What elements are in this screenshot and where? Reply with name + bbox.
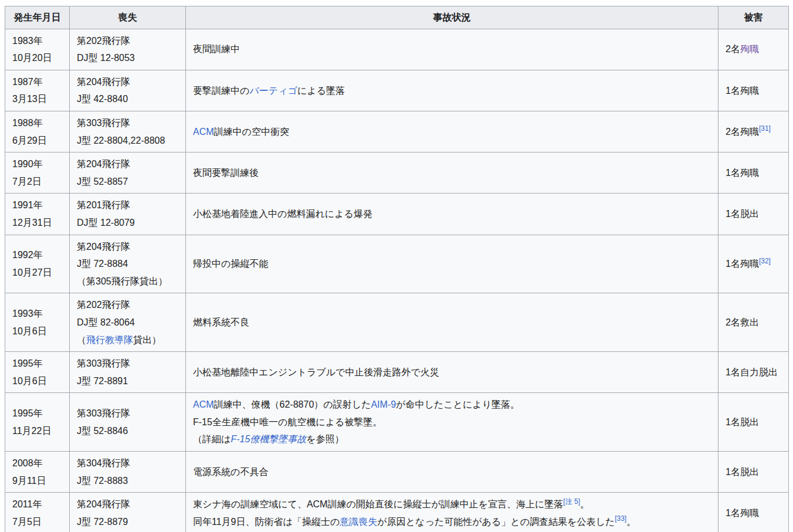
text-segment: 第204飛行隊 — [77, 499, 130, 509]
reference-link[interactable]: [32] — [759, 257, 771, 265]
situation-cell: 帰投中の操縦不能 — [186, 235, 719, 293]
text-segment: 電源系統の不具合 — [193, 467, 268, 477]
date-cell: 1983年10月20日 — [5, 29, 70, 70]
situation-cell: 夜間要撃訓練後 — [186, 153, 719, 194]
date-cell: 1995年10月6日 — [5, 352, 70, 393]
table-row: 1987年3月13日第204飛行隊J型 42-8840要撃訓練中のバーティゴによ… — [5, 70, 789, 111]
column-header-situation: 事故状況 — [186, 6, 719, 29]
column-header-date: 発生年月日 — [5, 6, 70, 29]
reference-link[interactable]: [注 5] — [563, 497, 580, 506]
text-segment: （詳細は — [193, 434, 231, 444]
text-segment: （ — [77, 335, 86, 345]
text-segment: 2名救出 — [726, 317, 759, 327]
loss-cell: 第202飛行隊DJ型 12-8053 — [70, 29, 186, 70]
date-cell: 1995年11月22日 — [5, 393, 70, 452]
reference-link[interactable]: [33] — [615, 514, 626, 523]
date-cell: 1990年7月2日 — [5, 153, 70, 194]
text-segment: 1名脱出 — [726, 417, 759, 427]
text-segment: 第303飛行隊 — [77, 358, 130, 368]
text-segment: J型 72-8879 — [77, 517, 128, 527]
text-segment: 第303飛行隊 — [77, 118, 130, 128]
situation-cell: ACM訓練中の空中衝突 — [186, 111, 719, 152]
text-segment: 12月31日 — [12, 218, 52, 228]
table-row: 1991年12月31日第201飛行隊DJ型 12-8079小松基地着陸進入中の燃… — [5, 194, 789, 235]
text-segment: 10月20日 — [12, 53, 52, 63]
loss-cell: 第204飛行隊J型 72-8884（第305飛行隊貸出） — [70, 235, 186, 293]
text-segment: 訓練中、僚機（62-8870）の誤射した — [214, 399, 371, 409]
text-segment: 11月22日 — [12, 426, 51, 436]
table-row: 1988年6月29日第303飛行隊J型 22-8804,22-8808ACM訓練… — [5, 111, 789, 152]
text-segment: 第204飛行隊 — [77, 159, 130, 169]
date-cell: 1992年10月27日 — [5, 235, 70, 293]
text-segment: DJ型 12-8053 — [77, 53, 135, 63]
text-segment: 。 — [580, 499, 589, 509]
text-segment: による墜落 — [297, 86, 345, 96]
text-segment: 第204飛行隊 — [77, 242, 130, 252]
text-segment: 1993年 — [12, 309, 43, 318]
text-segment: 9月11日 — [12, 476, 46, 486]
text-segment: が原因となった可能性がある」との調査結果を公表した — [377, 517, 615, 527]
loss-cell: 第303飛行隊J型 52-8846 — [70, 393, 186, 452]
text-segment: 1名殉職 — [726, 508, 759, 518]
situation-cell: 小松基地着陸進入中の燃料漏れによる爆発 — [186, 194, 719, 235]
text-segment: 2名殉職 — [726, 127, 759, 137]
damage-cell: 1名殉職[32] — [719, 235, 789, 293]
damage-cell: 1名脱出 — [719, 452, 789, 493]
date-cell: 1991年12月31日 — [5, 194, 70, 235]
text-segment: 第201飛行隊 — [77, 200, 130, 210]
text-segment: 1990年 — [12, 159, 43, 169]
loss-cell: 第204飛行隊J型 42-8840 — [70, 70, 186, 111]
wiki-link[interactable]: バーティゴ — [249, 86, 297, 96]
wiki-link[interactable]: 殉職 — [740, 44, 759, 54]
wiki-link[interactable]: 意識喪失 — [340, 517, 377, 527]
text-segment: 1名殉職 — [726, 259, 759, 269]
text-segment: 3月13日 — [12, 94, 47, 104]
accidents-table: 発生年月日 喪失 事故状況 被害 1983年10月20日第202飛行隊DJ型 1… — [5, 6, 789, 532]
date-cell: 1993年10月6日 — [5, 293, 70, 352]
text-segment: 小松基地着陸進入中の燃料漏れによる爆発 — [193, 209, 372, 219]
damage-cell: 1名殉職 — [719, 70, 789, 111]
text-segment: DJ型 12-8079 — [77, 218, 135, 228]
text-segment: 10月27日 — [12, 267, 52, 277]
text-segment: J型 72-8891 — [77, 376, 128, 386]
text-segment: 6月29日 — [12, 135, 47, 145]
text-segment: 1名殉職 — [726, 86, 759, 96]
wiki-link[interactable]: AIM-9 — [371, 399, 396, 409]
date-cell: 2011年7月5日 — [5, 493, 70, 532]
text-segment: J型 52-8857 — [77, 177, 128, 187]
text-segment: 第303飛行隊 — [77, 408, 130, 418]
text-segment: J型 72-8884 — [77, 259, 128, 269]
table-row: 1992年10月27日第204飛行隊J型 72-8884（第305飛行隊貸出）帰… — [5, 235, 789, 293]
situation-cell: 燃料系統不良 — [186, 293, 719, 352]
text-segment: 燃料系統不良 — [193, 317, 249, 327]
situation-cell: 要撃訓練中のバーティゴによる墜落 — [186, 70, 719, 111]
wiki-link[interactable]: ACM — [193, 399, 214, 409]
loss-cell: 第202飛行隊DJ型 82-8064（飛行教導隊貸出） — [70, 293, 186, 352]
date-cell: 1988年6月29日 — [5, 111, 70, 152]
reference-link[interactable]: [31] — [759, 124, 771, 133]
wiki-link[interactable]: ACM — [193, 127, 214, 137]
text-segment: 1名脱出 — [726, 209, 759, 219]
page-container: 発生年月日 喪失 事故状況 被害 1983年10月20日第202飛行隊DJ型 1… — [0, 0, 793, 532]
text-segment: 1名脱出 — [726, 467, 759, 477]
loss-cell: 第201飛行隊DJ型 12-8079 — [70, 194, 186, 235]
text-segment: 第304飛行隊 — [77, 458, 130, 468]
text-segment: DJ型 82-8064 — [77, 317, 135, 327]
text-segment: 1992年 — [12, 250, 43, 260]
damage-cell: 2名殉職[31] — [719, 111, 789, 152]
wiki-link[interactable]: F-15僚機撃墜事故 — [231, 434, 306, 444]
column-header-loss: 喪失 — [70, 6, 186, 29]
text-segment: 2011年 — [12, 499, 42, 509]
damage-cell: 1名脱出 — [719, 393, 789, 452]
reference-sup: [31] — [759, 124, 771, 133]
damage-cell: 1名脱出 — [719, 194, 789, 235]
situation-cell: 東シナ海の訓練空域にて、ACM訓練の開始直後に操縦士が訓練中止を宣言、海上に墜落… — [186, 493, 719, 532]
loss-cell: 第303飛行隊J型 22-8804,22-8808 — [70, 111, 186, 152]
situation-cell: ACM訓練中、僚機（62-8870）の誤射したAIM-9が命中したことにより墜落… — [186, 393, 719, 452]
table-row: 2008年9月11日第304飛行隊J型 72-8883電源系統の不具合1名脱出 — [5, 452, 789, 493]
text-segment: 1987年 — [12, 77, 43, 87]
text-segment: J型 42-8840 — [77, 94, 128, 104]
situation-cell: 小松基地離陸中エンジントラブルで中止後滑走路外で火災 — [186, 352, 719, 393]
table-row: 1995年10月6日第303飛行隊J型 72-8891小松基地離陸中エンジントラ… — [5, 352, 789, 393]
wiki-link[interactable]: 飛行教導隊 — [86, 335, 133, 345]
